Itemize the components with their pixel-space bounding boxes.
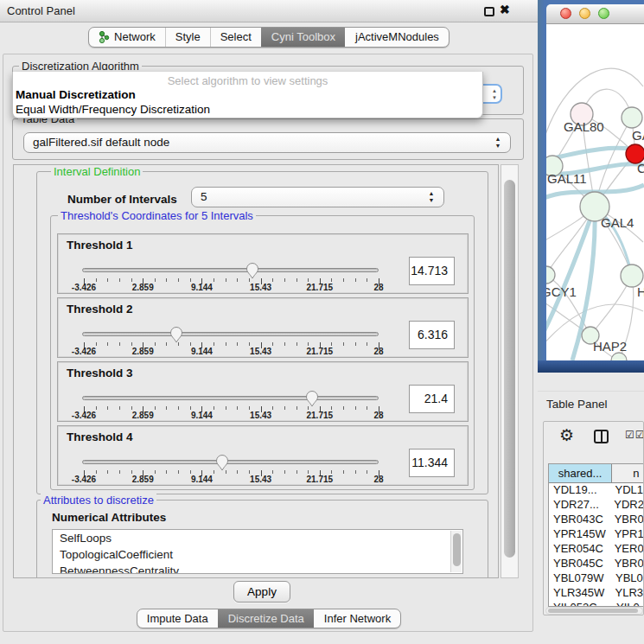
node-label: GAL4 xyxy=(601,215,634,230)
interval-definition-title: Interval Definition xyxy=(51,165,143,178)
table-row[interactable]: YDL19...YDL1... xyxy=(549,483,644,498)
table-row[interactable]: YBR043CYBR0... xyxy=(549,513,644,527)
checked-checkbox-icons[interactable]: ☑☑ xyxy=(625,429,644,441)
right-column: GAL80GAGAL11CGAL4GCY1HHAP2 Table Panel ⚙… xyxy=(538,0,644,644)
network-canvas[interactable]: GAL80GAGAL11CGAL4GCY1HHAP2 xyxy=(546,24,644,360)
list-scrollbar[interactable] xyxy=(450,531,462,572)
tab-cyni-toolbox[interactable]: Cyni Toolbox xyxy=(261,28,345,47)
threshold-panel: Threshold 4 -3.4262.8599.14415.4321.7152… xyxy=(57,425,469,486)
split-table-icon[interactable] xyxy=(594,430,609,443)
close-icon[interactable]: ✖ xyxy=(500,3,510,16)
table-data-selected-value: galFiltered.sif default node xyxy=(33,133,169,152)
gear-icon[interactable]: ⚙ xyxy=(559,425,574,445)
cyni-panel-body: Discretization Algorithm ▲▼ Select algor… xyxy=(3,54,533,632)
tab-style[interactable]: Style xyxy=(165,28,210,47)
node-label: GAL80 xyxy=(564,119,604,134)
attributes-group: Attributes to discretize Numerical Attri… xyxy=(36,500,488,578)
tab-discretize-data[interactable]: Discretize Data xyxy=(218,609,314,628)
spinner-arrows-icon: ▲▼ xyxy=(427,190,436,204)
close-traffic-light[interactable] xyxy=(560,8,571,19)
table-row[interactable]: YPR145WYPR1... xyxy=(549,527,644,542)
threshold-value-field[interactable]: 21.4 xyxy=(409,385,455,413)
column-header-shared-name[interactable]: shared... xyxy=(549,464,612,483)
control-panel-titlebar: Control Panel ✖ xyxy=(0,0,538,22)
node-label: GAL11 xyxy=(547,171,587,186)
table-row[interactable]: YER054CYER0... xyxy=(549,542,644,557)
apply-button[interactable]: Apply xyxy=(233,581,290,603)
column-header-name[interactable]: n xyxy=(612,464,644,483)
table-data-combobox[interactable]: galFiltered.sif default node ▲▼ xyxy=(23,132,511,153)
tab-infer-network[interactable]: Infer Network xyxy=(314,609,400,628)
thresholds-group: Threshold's Coordinates for 5 Intervals … xyxy=(50,215,475,490)
algorithm-dropdown-popup: Select algorithm to view settings Manual… xyxy=(12,72,483,118)
numerical-attributes-label: Numerical Attributes xyxy=(52,511,166,524)
node-table: shared... n YDL19...YDL1...YDR27...YDR2.… xyxy=(548,463,644,607)
attributes-group-title: Attributes to discretize xyxy=(41,494,156,507)
table-panel-title: Table Panel xyxy=(538,391,644,417)
dropdown-option-manual[interactable]: Manual Discretization xyxy=(16,88,136,101)
dropdown-option-equal-width[interactable]: Equal Width/Frequency Discretization xyxy=(16,103,210,116)
zoom-traffic-light[interactable] xyxy=(598,8,609,19)
network-view-window: GAL80GAGAL11CGAL4GCY1HHAP2 xyxy=(538,0,644,373)
thresholds-group-title: Threshold's Coordinates for 5 Intervals xyxy=(58,209,256,222)
tab-network[interactable]: Network xyxy=(89,28,165,47)
bottom-tabbar: Impute Data Discretize Data Infer Networ… xyxy=(0,609,538,628)
tab-select[interactable]: Select xyxy=(210,28,261,47)
network-graph xyxy=(546,24,644,360)
top-tabbar: Network Style Select Cyni Toolbox jActiv… xyxy=(0,27,538,48)
threshold-value-field[interactable]: 11.344 xyxy=(409,449,455,477)
panel-title: Control Panel xyxy=(7,4,75,17)
attribute-list-item[interactable]: SelfLoops xyxy=(53,530,462,546)
number-of-intervals-label: Number of Intervals xyxy=(67,193,177,206)
main-scrollbar[interactable] xyxy=(501,164,519,578)
table-row[interactable]: YIL052CYIL0... xyxy=(549,601,644,606)
minimize-traffic-light[interactable] xyxy=(579,8,590,19)
table-row[interactable]: YBR045CYBR0... xyxy=(549,557,644,571)
node-label: H xyxy=(637,284,644,299)
table-row[interactable]: YDR27...YDR2... xyxy=(549,498,644,513)
table-panel: ⚙ ☑☑ shared... n YDL19...YDL1...YDR27...… xyxy=(543,421,644,615)
attribute-list-item[interactable]: TopologicalCoefficient xyxy=(53,546,462,563)
tab-impute-data[interactable]: Impute Data xyxy=(137,609,218,628)
float-window-icon[interactable] xyxy=(484,7,494,16)
combo-arrows-icon: ▲▼ xyxy=(494,136,502,150)
threshold-panel: Threshold 3 -3.4262.8599.14415.4321.7152… xyxy=(57,361,469,422)
table-row[interactable]: YBL079WYBL0... xyxy=(549,571,644,586)
dropdown-hint-item: Select algorithm to view settings xyxy=(13,74,482,87)
threshold-value-field[interactable]: 6.316 xyxy=(409,321,455,349)
table-data-group: Table Data galFiltered.sif default node … xyxy=(12,118,524,160)
network-icon xyxy=(99,31,110,43)
settings-scroll-area: Interval Definition Number of Intervals … xyxy=(13,164,499,578)
network-window-bottom-frame xyxy=(538,360,644,373)
table-rows: YDL19...YDL1...YDR27...YDR2...YBR043CYBR… xyxy=(549,483,644,606)
number-of-intervals-value: 5 xyxy=(201,188,207,207)
table-row[interactable]: YLR345WYLR3... xyxy=(549,586,644,601)
network-window-titlebar[interactable] xyxy=(546,4,644,24)
table-hscrollbar[interactable] xyxy=(545,607,643,615)
attribute-list-item[interactable]: BetweennessCentrality xyxy=(53,563,462,574)
threshold-value-field[interactable]: 14.713 xyxy=(409,257,455,285)
combo-arrows-icon: ▲▼ xyxy=(492,87,497,101)
algorithm-group-title: Discretization Algorithm xyxy=(19,60,142,70)
node-label: GCY1 xyxy=(546,284,577,299)
node-label: HAP2 xyxy=(593,339,627,354)
tab-jactivemnodules[interactable]: jActiveMNodules xyxy=(345,28,449,47)
main-scrollbar-thumb[interactable] xyxy=(504,180,515,558)
threshold-panel: Threshold 1 -3.4262.8599.14415.4321.7152… xyxy=(57,233,469,294)
number-of-intervals-spinner[interactable]: 5 ▲▼ xyxy=(191,187,444,207)
numerical-attributes-list[interactable]: SelfLoopsTopologicalCoefficientBetweenne… xyxy=(52,529,463,574)
interval-definition-group: Interval Definition Number of Intervals … xyxy=(36,171,488,494)
threshold-panel: Threshold 2 -3.4262.8599.14415.4321.7152… xyxy=(57,297,469,358)
node-label: C xyxy=(637,161,644,175)
node-label: GA xyxy=(632,128,644,143)
control-panel: Control Panel ✖ Network Style Select Cyn… xyxy=(0,0,538,644)
